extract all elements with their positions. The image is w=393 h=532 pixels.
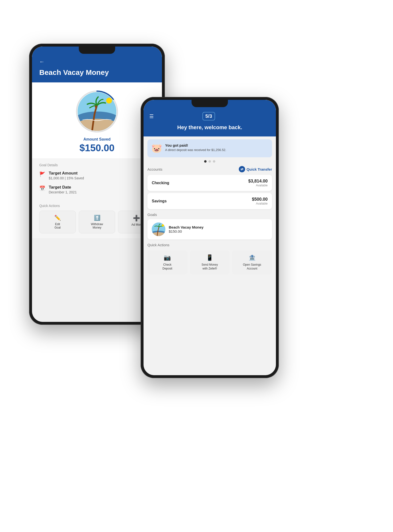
p2-qa-grid: 📷 CheckDeposit 📱 Send Moneywith Zelle® 🏦…	[144, 250, 276, 274]
p1-title: Beach Vacay Money	[39, 68, 109, 76]
bank-logo: 5/3	[202, 112, 215, 120]
quick-transfer-btn[interactable]: ⇄ Quick Transfer	[239, 166, 272, 172]
transfer-icon: ⇄	[239, 166, 245, 172]
goals-header: Goals	[147, 213, 272, 217]
open-savings-label: Open SavingsAccount	[243, 263, 261, 270]
flag-icon: 🚩	[39, 171, 45, 177]
svg-point-9	[152, 232, 165, 236]
target-date-item: 📅 Target Date December 1, 2021	[39, 185, 155, 194]
amount-saved-value: $150.00	[80, 143, 115, 153]
add-icon: ➕	[133, 215, 140, 222]
check-deposit-label: CheckDeposit	[162, 263, 172, 270]
dot-3[interactable]	[213, 160, 215, 163]
withdraw-icon: ⬆️	[94, 215, 100, 221]
checking-name: Checking	[152, 181, 169, 185]
goals-section: Goals	[144, 213, 276, 239]
quick-transfer-label: Quick Transfer	[247, 167, 272, 171]
p2-header-top: ☰ 5/3	[149, 112, 270, 120]
add-label: Ad Mon	[131, 223, 141, 226]
savings-avail: Available	[252, 202, 268, 205]
target-amount-title: Target Amount	[49, 171, 84, 176]
goal-image	[78, 92, 116, 131]
withdraw-label: WithdrawMoney	[91, 222, 103, 229]
checking-card[interactable]: Checking $3,814.00 Available	[147, 175, 272, 191]
svg-point-6	[106, 98, 112, 103]
phone-icon: 📱	[206, 254, 213, 261]
p1-qa-buttons: ✏️ EditGoal ⬆️ WithdrawMoney ➕ Ad Mon	[39, 211, 155, 233]
svg-point-5	[95, 105, 97, 108]
goal-thumbnail	[152, 222, 165, 236]
bank-icon: 🏦	[249, 254, 256, 261]
p2-quick-actions-section: Quick Actions	[144, 243, 276, 247]
pencil-icon: ✏️	[54, 215, 61, 221]
accounts-label: Accounts	[147, 167, 162, 171]
checking-avail: Available	[248, 184, 268, 187]
target-date-title: Target Date	[49, 185, 77, 190]
welcome-text: Hey there, welcome back.	[177, 124, 242, 131]
scene: ← Beach Vacay Money	[0, 0, 393, 532]
phone-2: ☰ 5/3 Hey there, welcome back. 🐷 You got…	[141, 97, 279, 378]
goal-card[interactable]: Beach Vacay Money $150.00	[147, 219, 272, 239]
notif-title: You got paid!	[165, 143, 226, 147]
dot-1[interactable]	[204, 160, 207, 163]
camera-icon: 📷	[164, 254, 171, 261]
send-money-btn[interactable]: 📱 Send Moneywith Zelle®	[190, 250, 230, 274]
p2-qa-header: Quick Actions	[147, 243, 272, 247]
accounts-section: Accounts ⇄ Quick Transfer Checking $3,81…	[144, 166, 276, 209]
target-amount-item: 🚩 Target Amount $1,000.00 | 15% Saved	[39, 171, 155, 180]
notch-1	[79, 47, 115, 54]
savings-amount: $500.00	[252, 197, 268, 202]
target-amount-sub: $1,000.00 | 15% Saved	[49, 176, 84, 180]
p1-qa-label: Quick Actions	[39, 204, 155, 208]
savings-name: Savings	[152, 199, 167, 203]
edit-goal-btn[interactable]: ✏️ EditGoal	[39, 211, 76, 233]
carousel-dots	[144, 160, 276, 163]
piggy-bank-icon: 🐷	[151, 143, 162, 153]
goal-name: Beach Vacay Money	[169, 225, 203, 229]
svg-point-10	[162, 224, 164, 227]
withdraw-money-btn[interactable]: ⬆️ WithdrawMoney	[79, 211, 115, 233]
send-money-label: Send Moneywith Zelle®	[201, 263, 218, 270]
amount-saved-label: Amount Saved	[83, 137, 111, 142]
p2-notification[interactable]: 🐷 You got paid! A direct deposit was rec…	[147, 139, 272, 157]
goal-amount: $150.00	[169, 229, 203, 233]
target-date-sub: December 1, 2021	[49, 190, 77, 194]
check-deposit-btn[interactable]: 📷 CheckDeposit	[147, 250, 187, 274]
back-arrow[interactable]: ←	[39, 59, 155, 65]
dot-2[interactable]	[209, 160, 211, 163]
notch-2	[192, 100, 228, 107]
phone-2-screen: ☰ 5/3 Hey there, welcome back. 🐷 You got…	[144, 100, 276, 375]
phone-2-inner: ☰ 5/3 Hey there, welcome back. 🐷 You got…	[144, 100, 276, 375]
accounts-header: Accounts ⇄ Quick Transfer	[147, 166, 272, 172]
calendar-icon: 📅	[39, 185, 45, 191]
edit-goal-label: EditGoal	[55, 222, 61, 229]
notif-body: A direct deposit was received for $1,256…	[165, 148, 226, 152]
p2-qa-label: Quick Actions	[147, 243, 169, 247]
p1-goal-circle	[75, 90, 119, 133]
menu-icon[interactable]: ☰	[149, 113, 154, 119]
open-savings-btn[interactable]: 🏦 Open SavingsAccount	[232, 250, 272, 274]
savings-card[interactable]: Savings $500.00 Available	[147, 193, 272, 209]
checking-amount: $3,814.00	[248, 179, 268, 184]
goals-label: Goals	[147, 213, 157, 217]
goal-details-label: Goal Details	[39, 163, 155, 167]
